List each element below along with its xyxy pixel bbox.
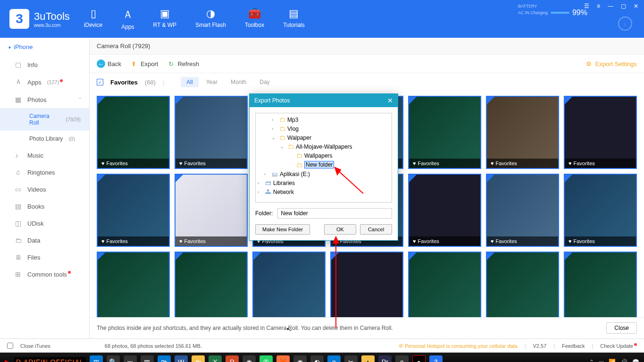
win-minimize-icon[interactable]: — — [606, 2, 615, 10]
chevron-up-icon[interactable]: ⌃ — [589, 359, 594, 362]
app-icon[interactable]: ◐ — [310, 355, 324, 362]
feedback-link[interactable]: Feedback — [562, 343, 585, 349]
app-icon[interactable]: ρ — [395, 355, 409, 362]
check-update-link[interactable]: Check Update — [600, 343, 637, 349]
nav-tutorials[interactable]: ▤Tutorials — [283, 8, 305, 30]
nav-toolbox[interactable]: 🧰Toolbox — [245, 8, 264, 30]
photo-thumb[interactable] — [252, 252, 326, 317]
select-all-checkbox[interactable]: ✓ — [97, 79, 103, 85]
photo-thumb[interactable] — [564, 252, 637, 317]
tree-item[interactable]: 🗀Wallpapers — [258, 151, 390, 160]
photo-thumb[interactable] — [330, 252, 403, 317]
volume-icon[interactable]: 🔊 — [620, 359, 627, 362]
tree-item[interactable]: ›🖴Aplikasi (E:) — [258, 169, 390, 178]
premiere-icon[interactable]: Pr — [378, 355, 392, 362]
filter-all[interactable]: All — [181, 77, 198, 87]
obs-icon[interactable]: ◉ — [293, 355, 307, 362]
ok-button[interactable]: OK — [324, 224, 356, 235]
download-icon[interactable]: ↓ — [618, 17, 632, 31]
folder-name-input[interactable]: New folder — [304, 161, 334, 168]
back-button[interactable]: ←Back — [97, 59, 121, 68]
photo-thumb[interactable]: ♥Favorites — [408, 174, 481, 247]
photo-thumb[interactable] — [97, 252, 170, 317]
sidebar-item-apps[interactable]: ＡApps(127) — [0, 73, 89, 91]
close-itunes-checkbox[interactable] — [7, 343, 13, 349]
photo-thumb[interactable]: ♥Favorites — [564, 174, 637, 247]
win-maximize-icon[interactable]: ▢ — [619, 2, 628, 10]
nav-rtwp[interactable]: ▣RT & WP — [153, 8, 177, 30]
export-settings-button[interactable]: ⚙Export Settings — [585, 59, 637, 68]
record-icon[interactable]: ● — [412, 355, 426, 362]
sidebar-item-photos[interactable]: ▦Photos⌃ — [0, 91, 89, 108]
powerpoint-icon[interactable]: P — [226, 355, 239, 362]
win-close-icon[interactable]: ✕ — [632, 2, 640, 10]
battery-icon[interactable]: ▭ — [599, 359, 604, 362]
make-new-folder-button[interactable]: Make New Folder — [255, 224, 310, 235]
taskview-icon[interactable]: ▭ — [124, 355, 137, 362]
export-button[interactable]: ⬆Export — [130, 59, 159, 68]
firefox-icon[interactable]: 🦊 — [276, 355, 290, 362]
sidebar-item-music[interactable]: ♪Music — [0, 147, 89, 164]
photo-thumb[interactable]: ♥Favorites — [486, 174, 559, 247]
sidebar-item-books[interactable]: ▤Books — [0, 198, 89, 215]
tree-item[interactable]: ›🗃Libraries — [258, 178, 390, 187]
photo-thumb[interactable]: ♥Favorites — [564, 96, 637, 169]
folder-path-input[interactable] — [277, 208, 392, 219]
photo-thumb[interactable]: ♥Favorites — [97, 96, 170, 169]
book-icon: ▤ — [283, 8, 305, 20]
photo-thumb[interactable] — [486, 252, 559, 317]
photo-thumb[interactable]: ♥Favorites — [486, 96, 559, 169]
wifi-icon[interactable]: 📶 — [609, 359, 616, 362]
sidebar-item-camera-roll[interactable]: Camera Roll(7929) — [0, 108, 89, 131]
sidebar-item-info[interactable]: ▢Info — [0, 56, 89, 73]
photo-thumb[interactable]: ♥Favorites — [97, 174, 170, 247]
widgets-icon[interactable]: ▥ — [141, 355, 154, 362]
3utools-icon[interactable]: 3 — [429, 355, 443, 362]
explorer-icon[interactable]: 🗀 — [192, 355, 205, 362]
win-menu-icon[interactable]: ☰ — [582, 2, 591, 10]
tree-item-new-folder[interactable]: 🗀New folder — [258, 160, 390, 169]
photo-thumb[interactable] — [175, 252, 248, 317]
photo-thumb[interactable] — [408, 252, 481, 317]
snip-icon[interactable]: ✂ — [344, 355, 358, 362]
win-setup-icon[interactable]: ≡ — [595, 2, 602, 10]
nav-apps[interactable]: ＡApps — [121, 8, 134, 30]
photo-thumb[interactable]: ♥Favorites — [175, 96, 248, 169]
filter-year[interactable]: Year — [201, 77, 223, 87]
excel-icon[interactable]: X — [209, 355, 222, 362]
sidebar-item-videos[interactable]: ▭Videos — [0, 181, 89, 198]
app-icon[interactable]: ▲ — [361, 355, 375, 362]
edge-icon[interactable]: e — [327, 355, 341, 362]
tree-item[interactable]: ⌄🗀All-Mojave-Wallpapers — [258, 142, 390, 151]
sidebar-item-data[interactable]: 🗀Data — [0, 232, 89, 249]
chrome-icon[interactable]: ◉ — [243, 355, 256, 362]
sidebar-item-tools[interactable]: ⊞Common tools — [0, 266, 89, 283]
whatsapp-icon[interactable]: ✆ — [259, 355, 273, 362]
tree-item[interactable]: ›🖧Network — [258, 187, 390, 196]
sidebar-item-files[interactable]: 🗎Files — [0, 249, 89, 266]
tree-item[interactable]: ›🗀Vlog — [258, 124, 390, 133]
sidebar-item-ringtones[interactable]: ♫Ringtones — [0, 164, 89, 181]
photo-thumb[interactable]: ♥Favorites — [175, 174, 248, 247]
start-icon[interactable]: ⊞ — [90, 355, 103, 362]
cancel-button[interactable]: Cancel — [360, 224, 392, 235]
folder-tree[interactable]: ›🗀Mp3 ›🗀Vlog ⌄🗀Walpaper ⌄🗀All-Mojave-Wal… — [255, 113, 392, 202]
tree-item[interactable]: ›🗀Mp3 — [258, 115, 390, 124]
nav-idevice[interactable]: ▯iDevice — [84, 8, 102, 30]
refresh-button[interactable]: ↻Refresh — [167, 59, 199, 68]
tree-item[interactable]: ⌄🗀Walpaper — [258, 133, 390, 142]
filter-day[interactable]: Day — [254, 77, 275, 87]
dialog-titlebar[interactable]: Export Photos ✕ — [250, 94, 398, 107]
close-icon[interactable]: ✕ — [387, 97, 393, 104]
notification-icon[interactable]: 💬 — [632, 359, 639, 362]
close-button[interactable]: Close — [606, 322, 637, 334]
filter-month[interactable]: Month — [225, 77, 252, 87]
nav-smartflash[interactable]: ◑Smart Flash — [195, 8, 226, 30]
sidebar-item-photo-library[interactable]: Photo Library(0) — [0, 131, 89, 147]
word-icon[interactable]: W — [175, 355, 188, 362]
photo-thumb[interactable]: ♥Favorites — [408, 96, 481, 169]
sidebar-item-udisk[interactable]: ◫UDisk — [0, 215, 89, 232]
store-icon[interactable]: 🛍 — [158, 355, 171, 362]
device-header[interactable]: iPhone — [0, 38, 89, 56]
search-icon[interactable]: 🔍 — [107, 355, 120, 362]
